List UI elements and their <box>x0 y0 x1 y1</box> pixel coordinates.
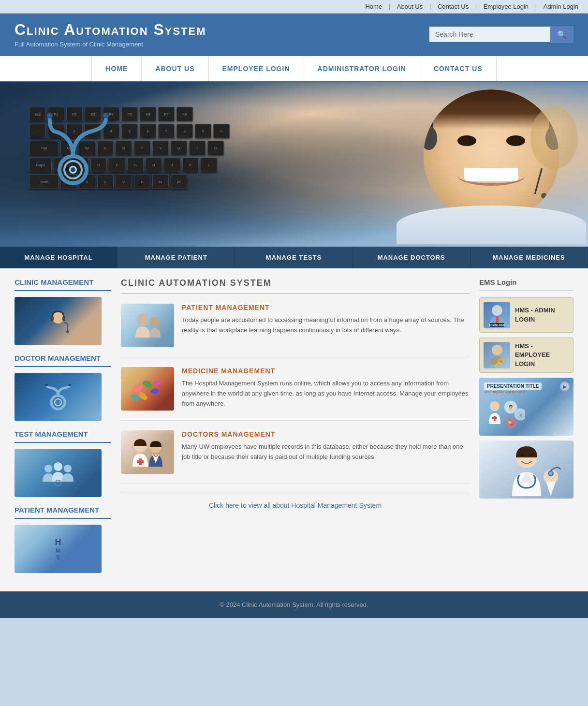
doctor-management-block <box>15 373 111 421</box>
medicine-management-text: The Hospital Management System runs onli… <box>182 379 470 409</box>
main-content: CLINIC MANAGEMENT DOCTOR MANAGEMENT <box>0 268 588 591</box>
header-logo: Clinic Automation System Full Automation… <box>15 21 206 48</box>
contact-us-top-link[interactable]: Contact Us <box>438 3 469 10</box>
tab-tests[interactable]: MANAGE TESTS <box>235 247 353 268</box>
svg-point-10 <box>51 396 65 409</box>
doctor-management-img <box>15 373 102 421</box>
patient-management-item: PATIENT MANAGEMENT Today people are accu… <box>121 304 470 357</box>
keyboard-decoration: EscF1F2F3F4F5F6F7F8 `1234567890 TabQWERT… <box>29 107 353 230</box>
right-sidebar: EMS Login ADMIN LOGIN HMS - ADMIN LOGIN <box>479 278 573 582</box>
svg-point-19 <box>150 317 160 326</box>
medicine-management-item-text: MEDICINE MANAGEMENT The Hospital Managem… <box>182 367 470 411</box>
admin-login-label: HMS - ADMIN LOGIN <box>515 306 569 324</box>
employee-login-top-link[interactable]: Employee Login <box>484 3 529 10</box>
svg-point-52 <box>549 472 552 475</box>
patient-management-heading: PATIENT MANAGEMENT <box>182 304 470 311</box>
patient-management-item-text: PATIENT MANAGEMENT Today people are accu… <box>182 304 470 347</box>
admin-login-icon: ADMIN LOGIN <box>484 302 510 328</box>
patient-management-text: Today people are accustomed to accessing… <box>182 315 470 336</box>
tab-doctors[interactable]: MANAGE DOCTORS <box>353 247 470 268</box>
feature-tabs: MANAGE HOSPITAL MANAGE PATIENT MANAGE TE… <box>0 247 588 268</box>
svg-point-9 <box>66 330 69 333</box>
svg-point-11 <box>55 399 61 406</box>
svg-point-25 <box>153 380 162 385</box>
employee-login-icon <box>484 342 510 368</box>
hms-employee-login-card[interactable]: HMS - EMPLOYEE LOGIN <box>479 338 573 373</box>
test-management-title: TEST MANAGEMENT <box>15 430 111 443</box>
nav-contact[interactable]: CONTACT US <box>420 56 497 81</box>
svg-point-49 <box>529 454 532 456</box>
clinic-management-block <box>15 297 111 345</box>
presentation-doctor-figure: 👨‍⚕️ 🩺 💊 <box>484 397 525 433</box>
doctors-management-item-img <box>121 430 174 474</box>
tab-patient[interactable]: MANAGE PATIENT <box>118 247 235 268</box>
svg-rect-29 <box>137 460 144 463</box>
svg-point-37 <box>490 401 500 411</box>
main-nav: HOME ABOUT US EMPLOYEE LOGIN ADMINISTRAT… <box>0 55 588 82</box>
search-box: 🔍 <box>429 26 573 43</box>
svg-text:👨‍⚕️: 👨‍⚕️ <box>508 404 514 411</box>
hms-admin-login-card[interactable]: ADMIN LOGIN HMS - ADMIN LOGIN <box>479 297 573 333</box>
svg-point-5 <box>71 167 75 172</box>
doctor-card <box>479 441 573 499</box>
medicine-management-item: MEDICINE MANAGEMENT The Hospital Managem… <box>121 367 470 421</box>
medicine-management-item-img <box>121 367 174 411</box>
svg-rect-8 <box>62 316 65 321</box>
search-button[interactable]: 🔍 <box>550 26 573 43</box>
svg-point-23 <box>150 388 159 395</box>
nav-home[interactable]: HOME <box>91 56 142 81</box>
doctors-management-item-text: DOCTORS MANAGEMENT Many UW employees hav… <box>182 430 470 474</box>
svg-text:ADMIN LOGIN: ADMIN LOGIN <box>489 324 505 326</box>
svg-point-14 <box>44 465 52 472</box>
svg-rect-7 <box>51 316 54 321</box>
about-us-top-link[interactable]: About Us <box>397 3 423 10</box>
svg-point-16 <box>64 465 72 472</box>
svg-point-48 <box>521 454 524 456</box>
svg-point-35 <box>492 345 502 355</box>
nav-admin-login[interactable]: ADMINISTRATOR LOGIN <box>304 56 420 81</box>
svg-point-15 <box>54 462 62 471</box>
ems-login-title: EMS Login <box>479 278 573 291</box>
footer: © 2024 Clinic Automation System. All rig… <box>0 591 588 618</box>
svg-text:💊: 💊 <box>508 421 513 426</box>
site-title: Clinic Automation System <box>15 21 206 39</box>
left-sidebar: CLINIC MANAGEMENT DOCTOR MANAGEMENT <box>15 278 111 582</box>
header: Clinic Automation System Full Automation… <box>0 14 588 55</box>
presentation-subtitle: Your tagline will be here <box>484 390 542 394</box>
footer-text: © 2024 Clinic Automation System. All rig… <box>220 601 368 608</box>
doctors-management-item: DOCTORS MANAGEMENT Many UW employees hav… <box>121 430 470 484</box>
view-all-link[interactable]: Click here to view all about Hospital Ma… <box>121 494 470 509</box>
presentation-card: PRESENTATION TITLE Your tagline will be … <box>479 378 573 436</box>
svg-rect-32 <box>496 316 499 324</box>
center-title: CLINIC AUTOMATION SYSTEM <box>121 278 470 294</box>
svg-text:🩺: 🩺 <box>518 412 523 417</box>
test-management-img <box>15 449 102 497</box>
svg-rect-39 <box>492 417 497 419</box>
svg-point-22 <box>142 380 153 388</box>
home-link[interactable]: Home <box>365 3 382 10</box>
patient-management-item-img <box>121 304 174 347</box>
hero-banner: EscF1F2F3F4F5F6F7F8 `1234567890 TabQWERT… <box>0 82 588 247</box>
medicine-management-heading: MEDICINE MANAGEMENT <box>182 367 470 375</box>
doctors-management-text: Many UW employees have multiple records … <box>182 442 470 462</box>
search-input[interactable] <box>429 27 550 42</box>
nav-employee-login[interactable]: EMPLOYEE LOGIN <box>209 56 304 81</box>
svg-point-18 <box>137 314 148 325</box>
top-bar: Home | About Us | Contact Us | Employee … <box>0 0 588 14</box>
svg-point-4 <box>47 113 53 118</box>
presentation-title: PRESENTATION TITLE <box>484 382 542 390</box>
nav-about[interactable]: ABOUT US <box>142 56 208 81</box>
tab-medicines[interactable]: MANAGE MEDICINES <box>470 247 588 268</box>
center-content: CLINIC AUTOMATION SYSTEM PATIENT MANAGEM… <box>121 278 470 582</box>
svg-point-3 <box>103 113 109 118</box>
patient-management-img: H M S <box>15 525 102 573</box>
hero-person <box>306 82 588 247</box>
svg-point-31 <box>492 305 502 316</box>
tab-hospital[interactable]: MANAGE HOSPITAL <box>0 247 118 268</box>
admin-login-top-link[interactable]: Admin Login <box>544 3 578 10</box>
employee-login-label: HMS - EMPLOYEE LOGIN <box>515 342 569 368</box>
test-management-block <box>15 449 111 497</box>
doctors-management-heading: DOCTORS MANAGEMENT <box>182 430 470 438</box>
patient-management-title: PATIENT MANAGEMENT <box>15 506 111 519</box>
site-subtitle: Full Automation System of Clinic Managem… <box>15 41 206 48</box>
